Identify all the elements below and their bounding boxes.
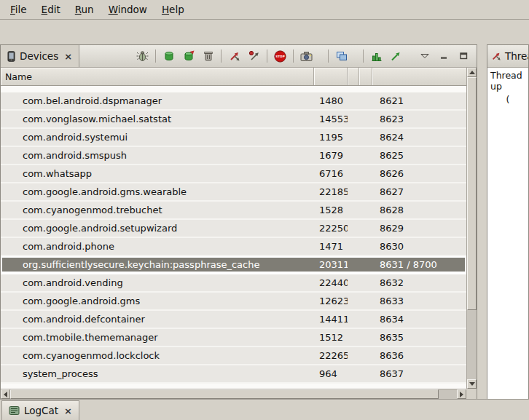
- table-row[interactable]: com.android.systemui 1195 8624: [1, 129, 466, 147]
- cause-gc-button[interactable]: [199, 47, 217, 66]
- scroll-left-button[interactable]: [1, 389, 10, 399]
- minimize-button[interactable]: [435, 47, 453, 66]
- close-icon[interactable]: ×: [63, 51, 72, 62]
- update-threads-button[interactable]: [225, 47, 243, 66]
- process-port: 8628: [372, 205, 466, 215]
- table-row[interactable]: com.tmobile.thememanager 1512 8635: [1, 329, 466, 347]
- column-header-name[interactable]: Name: [1, 68, 314, 85]
- table-row[interactable]: com.android.smspush 1679 8625: [1, 147, 466, 165]
- table-row[interactable]: com.google.android.gms.wearable 22185 86…: [1, 183, 466, 202]
- table-row[interactable]: system_process 964 8637: [1, 365, 466, 384]
- view-menu-button[interactable]: [415, 47, 434, 66]
- threads-message-area: Thread up (: [487, 68, 528, 399]
- debug-process-button[interactable]: [133, 47, 152, 66]
- table-row[interactable]: com.android.defcontainer 14411 8634: [1, 311, 466, 329]
- table-row[interactable]: org.sufficientlysecure.keychain:passphra…: [1, 256, 466, 274]
- table-row[interactable]: com.vonglasow.michael.satstat 14553 8623: [1, 111, 466, 129]
- minimize-icon: [440, 52, 448, 60]
- devices-toolbar: STOP: [133, 45, 477, 67]
- horizontal-scroll-thumb[interactable]: [10, 389, 439, 399]
- process-pid: 14553: [314, 114, 348, 124]
- process-port: 8634: [372, 314, 466, 325]
- process-port: 8624: [372, 132, 466, 143]
- table-row[interactable]: com.android.phone 1471 8630: [1, 238, 466, 256]
- vertical-scrollbar[interactable]: [466, 68, 477, 389]
- menu-item[interactable]: File: [3, 1, 34, 17]
- toolbar-separator: [221, 49, 222, 63]
- toolbar-separator: [267, 49, 267, 63]
- tab-devices[interactable]: Devices ×: [1, 45, 79, 67]
- horizontal-scrollbar[interactable]: [1, 389, 466, 399]
- maximize-button[interactable]: [455, 47, 473, 66]
- column-header-pid[interactable]: [314, 68, 348, 85]
- process-name: com.tmobile.thememanager: [1, 332, 314, 343]
- sysinfo-update-button[interactable]: [387, 47, 405, 66]
- hierarchy-view-button[interactable]: [332, 47, 350, 66]
- process-pid: 1471: [314, 241, 348, 252]
- vertical-scroll-thumb[interactable]: [467, 77, 477, 310]
- green-bars-icon: [371, 51, 383, 62]
- table-row[interactable]: com.google.android.gms 12623 8633: [1, 293, 466, 311]
- layered-windows-icon: [336, 51, 348, 62]
- tab-devices-label: Devices: [20, 50, 58, 62]
- table-row[interactable]: com.whatsapp 6716 8626: [1, 165, 466, 183]
- dump-hprof-button[interactable]: [179, 47, 197, 66]
- green-arrow-icon: [391, 51, 402, 62]
- table-row[interactable]: com.cyanogenmod.trebuchet 1528 8628: [1, 202, 466, 220]
- svg-text:STOP: STOP: [275, 55, 285, 58]
- table-row[interactable]: com.android.vending 22440 8632: [1, 274, 466, 293]
- process-port: 8623: [372, 114, 466, 124]
- process-pid: 1512: [314, 332, 348, 343]
- scroll-up-button[interactable]: [467, 68, 477, 77]
- table-row[interactable]: com.google.android.setupwizard 22250 862…: [1, 220, 466, 238]
- process-pid: 22440: [314, 277, 348, 288]
- menu-item[interactable]: Window: [101, 1, 154, 17]
- process-name: com.google.android.setupwizard: [1, 223, 314, 234]
- toolbar-separator: [363, 49, 364, 63]
- process-port: 8621: [372, 95, 466, 106]
- process-pid: 1679: [314, 150, 348, 161]
- heap-cylinder-icon: [163, 50, 175, 62]
- column-header-col4[interactable]: [359, 68, 372, 85]
- process-pid: 12623: [314, 296, 348, 306]
- column-header-port[interactable]: [372, 68, 466, 85]
- vertical-scroll-track[interactable]: [467, 77, 477, 379]
- stop-process-button[interactable]: STOP: [271, 47, 289, 66]
- process-pid: 20311: [314, 259, 348, 270]
- camera-icon: [300, 51, 313, 62]
- scroll-down-button[interactable]: [467, 379, 477, 389]
- close-icon[interactable]: ×: [63, 405, 72, 416]
- arrow-left-icon: [4, 392, 7, 397]
- toolbar-separator: [293, 49, 294, 63]
- arrow-right-icon: [460, 392, 463, 397]
- process-name: com.cyanogenmod.lockclock: [1, 350, 314, 361]
- tab-threads-label: Threads: [505, 50, 528, 62]
- menu-item[interactable]: Help: [154, 1, 192, 17]
- threads-message-line2: (: [489, 94, 527, 105]
- threads-message-line1: Thread up: [489, 70, 527, 92]
- tab-logcat[interactable]: LogCat ×: [1, 400, 79, 420]
- panel-splitter[interactable]: [477, 44, 487, 400]
- process-port: 8633: [372, 296, 466, 306]
- process-name: system_process: [1, 368, 314, 379]
- menu-item[interactable]: Run: [68, 1, 101, 17]
- tab-logcat-label: LogCat: [24, 405, 58, 416]
- column-header-col3[interactable]: [348, 68, 359, 85]
- update-heap-button[interactable]: [160, 47, 178, 66]
- devices-panel: Devices ×: [0, 44, 477, 400]
- process-name: com.android.defcontainer: [1, 314, 314, 325]
- threads-panel: Threads Thread up (: [487, 44, 529, 400]
- method-profiling-button[interactable]: [245, 47, 263, 66]
- scrollbar-corner: [466, 389, 477, 399]
- table-row[interactable]: com.bel.android.dspmanager 1480 8621: [1, 92, 466, 111]
- screen-capture-button[interactable]: [297, 47, 316, 66]
- horizontal-scroll-track[interactable]: [10, 389, 457, 399]
- sysinfo-chart-button[interactable]: [367, 47, 385, 66]
- tab-threads[interactable]: Threads: [491, 50, 528, 62]
- menu-item[interactable]: Edit: [34, 1, 68, 17]
- stop-icon: STOP: [274, 50, 286, 63]
- scroll-right-button[interactable]: [457, 389, 466, 399]
- menu-bar: FileEditRunWindowHelp: [0, 0, 529, 20]
- bug-icon: [136, 50, 149, 62]
- table-row[interactable]: com.cyanogenmod.lockclock 22265 8636: [1, 347, 466, 365]
